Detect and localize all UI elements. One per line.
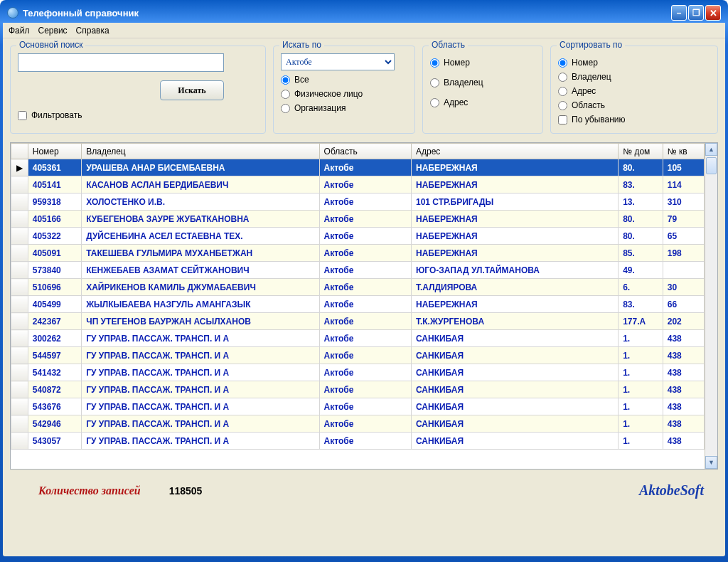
- table-row[interactable]: 242367ЧП УТЕГЕНОВ БАУРЖАН АСЫЛХАНОВАктоб…: [11, 313, 705, 330]
- cell-house[interactable]: 177.А: [619, 313, 663, 330]
- cell-addr[interactable]: 101 СТР.БРИГАДЫ: [411, 193, 618, 211]
- col-header-address[interactable]: Адрес: [411, 144, 618, 159]
- cell-owner[interactable]: КЕНЖЕБАЕВ АЗАМАТ СЕЙТЖАНОВИЧ: [82, 262, 319, 279]
- cell-addr[interactable]: САНКИБАЯ: [411, 415, 618, 433]
- cell-addr[interactable]: НАБЕРЕЖНАЯ: [411, 245, 618, 262]
- table-row[interactable]: 405091ТАКЕШЕВА ГУЛЬМИРА МУХАНБЕТЖАНАктоб…: [11, 245, 705, 262]
- scroll-up-icon[interactable]: ▲: [705, 143, 717, 156]
- menu-service[interactable]: Сервис: [38, 26, 68, 36]
- radio-area-owner[interactable]: [430, 78, 439, 88]
- cell-apt[interactable]: 65: [663, 228, 704, 245]
- cell-area[interactable]: Актобе: [319, 159, 411, 176]
- table-row[interactable]: 300262ГУ УПРАВ. ПАССАЖ. ТРАНСП. И ААктоб…: [11, 330, 705, 347]
- cell-area[interactable]: Актобе: [319, 415, 411, 433]
- menu-help[interactable]: Справка: [76, 26, 109, 36]
- table-row[interactable]: 959318ХОЛОСТЕНКО И.В.Актобе101 СТР.БРИГА…: [11, 193, 705, 211]
- table-row[interactable]: 573840КЕНЖЕБАЕВ АЗАМАТ СЕЙТЖАНОВИЧАктобе…: [11, 262, 705, 279]
- radio-org[interactable]: [281, 104, 290, 113]
- cell-num[interactable]: 573840: [28, 262, 81, 279]
- cell-num[interactable]: 542946: [28, 415, 81, 433]
- cell-num[interactable]: 405091: [28, 245, 81, 262]
- cell-apt[interactable]: [663, 262, 704, 279]
- cell-apt[interactable]: 438: [663, 347, 704, 364]
- cell-house[interactable]: 6.: [619, 279, 663, 296]
- cell-num[interactable]: 405499: [28, 296, 81, 313]
- cell-apt[interactable]: 438: [663, 415, 704, 433]
- cell-house[interactable]: 1.: [619, 330, 663, 347]
- cell-num[interactable]: 510696: [28, 279, 81, 296]
- cell-area[interactable]: Актобе: [319, 245, 411, 262]
- cell-house[interactable]: 1.: [619, 347, 663, 364]
- cell-house[interactable]: 1.: [619, 364, 663, 381]
- cell-owner[interactable]: ГУ УПРАВ. ПАССАЖ. ТРАНСП. И А: [82, 398, 319, 415]
- cell-owner[interactable]: ГУ УПРАВ. ПАССАЖ. ТРАНСП. И А: [82, 415, 319, 433]
- cell-addr[interactable]: НАБЕРЕЖНАЯ: [411, 159, 618, 176]
- cell-addr[interactable]: САНКИБАЯ: [411, 347, 618, 364]
- cell-apt[interactable]: 438: [663, 364, 704, 381]
- scrollbar-vertical[interactable]: ▲ ▼: [705, 143, 717, 469]
- table-row[interactable]: 405322ДУЙСЕНБИНА АСЕЛ ЕСТАЕВНА ТЕХ.Актоб…: [11, 228, 705, 245]
- filter-checkbox[interactable]: [18, 111, 27, 120]
- cell-apt[interactable]: 30: [663, 279, 704, 296]
- radio-sort-number[interactable]: [558, 58, 567, 68]
- col-header-area[interactable]: Область: [319, 144, 411, 159]
- cell-addr[interactable]: Т.АЛДИЯРОВА: [411, 279, 618, 296]
- col-header-house[interactable]: № дом: [619, 144, 663, 159]
- cell-area[interactable]: Актобе: [319, 262, 411, 279]
- cell-house[interactable]: 80.: [619, 159, 663, 176]
- cell-owner[interactable]: КУБЕГЕНОВА ЗАУРЕ ЖУБАТКАНОВНА: [82, 211, 319, 228]
- cell-area[interactable]: Актобе: [319, 364, 411, 381]
- cell-num[interactable]: 405361: [28, 159, 81, 176]
- data-grid[interactable]: Номер Владелец Область Адрес № дом № кв …: [10, 142, 718, 470]
- cell-owner[interactable]: ЧП УТЕГЕНОВ БАУРЖАН АСЫЛХАНОВ: [82, 313, 319, 330]
- cell-house[interactable]: 1.: [619, 381, 663, 398]
- cell-owner[interactable]: ГУ УПРАВ. ПАССАЖ. ТРАНСП. И А: [82, 433, 319, 450]
- cell-house[interactable]: 83.: [619, 296, 663, 313]
- cell-owner[interactable]: КАСАНОВ АСЛАН БЕРДИБАЕВИЧ: [82, 176, 319, 193]
- cell-addr[interactable]: НАБЕРЕЖНАЯ: [411, 176, 618, 193]
- table-row[interactable]: ▶405361УРАШЕВА АНАР БИСЕМБАЕВНААктобеНАБ…: [11, 159, 705, 176]
- cell-apt[interactable]: 198: [663, 245, 704, 262]
- cell-num[interactable]: 405166: [28, 211, 81, 228]
- cell-addr[interactable]: НАБЕРЕЖНАЯ: [411, 228, 618, 245]
- maximize-button[interactable]: ❐: [688, 5, 704, 21]
- desc-checkbox[interactable]: [558, 115, 567, 124]
- table-row[interactable]: 540872ГУ УПРАВ. ПАССАЖ. ТРАНСП. И ААктоб…: [11, 381, 705, 398]
- cell-owner[interactable]: ГУ УПРАВ. ПАССАЖ. ТРАНСП. И А: [82, 330, 319, 347]
- region-select[interactable]: Актобе: [281, 53, 395, 70]
- radio-sort-address[interactable]: [558, 87, 567, 96]
- cell-apt[interactable]: 66: [663, 296, 704, 313]
- cell-addr[interactable]: САНКИБАЯ: [411, 398, 618, 415]
- cell-num[interactable]: 242367: [28, 313, 81, 330]
- cell-owner[interactable]: ГУ УПРАВ. ПАССАЖ. ТРАНСП. И А: [82, 347, 319, 364]
- cell-area[interactable]: Актобе: [319, 347, 411, 364]
- cell-area[interactable]: Актобе: [319, 228, 411, 245]
- cell-addr[interactable]: САНКИБАЯ: [411, 364, 618, 381]
- cell-area[interactable]: Актобе: [319, 279, 411, 296]
- col-header-number[interactable]: Номер: [28, 144, 81, 159]
- scroll-down-icon[interactable]: ▼: [705, 456, 717, 469]
- radio-area-address[interactable]: [430, 98, 439, 107]
- cell-area[interactable]: Актобе: [319, 176, 411, 193]
- cell-num[interactable]: 543676: [28, 398, 81, 415]
- cell-apt[interactable]: 438: [663, 330, 704, 347]
- cell-addr[interactable]: САНКИБАЯ: [411, 433, 618, 450]
- table-row[interactable]: 543676ГУ УПРАВ. ПАССАЖ. ТРАНСП. И ААктоб…: [11, 398, 705, 415]
- cell-area[interactable]: Актобе: [319, 313, 411, 330]
- table-row[interactable]: 544597ГУ УПРАВ. ПАССАЖ. ТРАНСП. И ААктоб…: [11, 347, 705, 364]
- titlebar[interactable]: Телефонный справочник – ❐ ✕: [3, 3, 725, 23]
- cell-num[interactable]: 405322: [28, 228, 81, 245]
- cell-area[interactable]: Актобе: [319, 433, 411, 450]
- radio-sort-owner[interactable]: [558, 73, 567, 82]
- cell-house[interactable]: 85.: [619, 245, 663, 262]
- cell-addr[interactable]: САНКИБАЯ: [411, 381, 618, 398]
- cell-apt[interactable]: 202: [663, 313, 704, 330]
- cell-num[interactable]: 541432: [28, 364, 81, 381]
- cell-area[interactable]: Актобе: [319, 211, 411, 228]
- radio-sort-area[interactable]: [558, 101, 567, 110]
- cell-house[interactable]: 49.: [619, 262, 663, 279]
- table-row[interactable]: 542946ГУ УПРАВ. ПАССАЖ. ТРАНСП. И ААктоб…: [11, 415, 705, 433]
- cell-house[interactable]: 80.: [619, 228, 663, 245]
- search-input[interactable]: [18, 53, 224, 72]
- cell-owner[interactable]: ЖЫЛКЫБАЕВА НАЗГУЛЬ АМАНГАЗЫК: [82, 296, 319, 313]
